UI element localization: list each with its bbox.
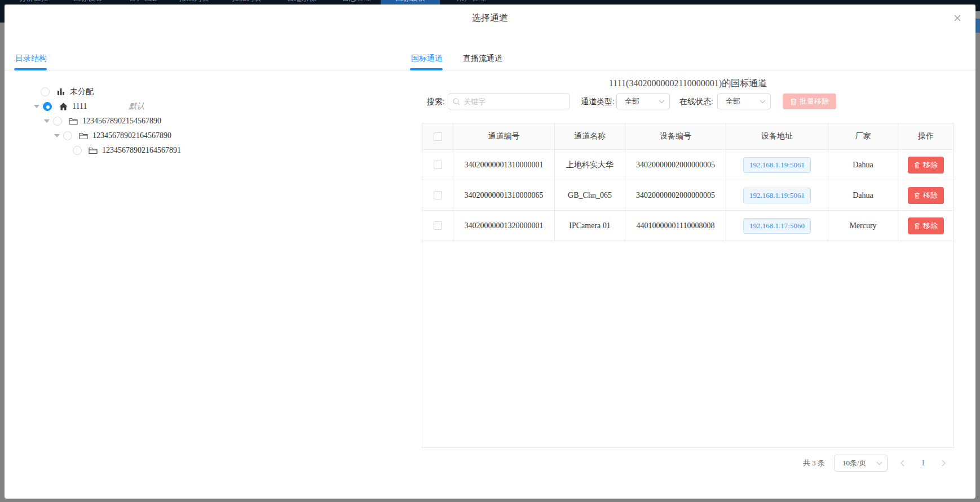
total-count: 共 3 条 [803,458,825,468]
folder-icon [79,131,88,140]
close-icon[interactable] [952,12,963,24]
top-navigation: 分屏监控 国标设备 电子地图 推流列表 拉流列表 云端录像 日志管理 国标级联 … [0,0,980,5]
nav-item[interactable]: 日志管理 [336,0,377,5]
tree-item-label: 未分配 [70,87,94,97]
tabbar-divider [5,70,975,70]
online-status-select[interactable]: 全部 [717,94,771,109]
tab-directory-structure[interactable]: 目录结构 [15,50,47,66]
chevron-down-icon [659,100,665,104]
device-id-cell: 34020000002000000005 [625,180,726,210]
page-edge-fragment [975,19,980,33]
remove-button[interactable]: 移除 [908,187,944,204]
tree-item-folder[interactable]: 12345678902154567890 [44,114,161,128]
radio-unchecked[interactable] [53,117,62,126]
device-id-cell: 34020000002000000005 [625,150,726,180]
online-status-label: 在线状态: [679,94,713,109]
device-id-cell: 44010000001110008008 [625,211,726,241]
device-address-tag: 192.168.1.19:5061 [743,157,811,173]
remove-label: 移除 [923,221,938,231]
row-checkbox[interactable] [434,191,442,199]
table-empty-area [422,241,953,447]
tree-item-label: 12345678902164567891 [102,146,181,155]
nav-item-active[interactable]: 国标级联 [381,0,440,5]
bars-icon [56,87,65,96]
prev-page-icon[interactable] [897,455,908,472]
selected-value: 全部 [625,96,659,106]
table-row: 34020000001320000001 IPCamera 01 4401000… [422,211,953,241]
row-checkbox[interactable] [434,161,442,169]
radio-unchecked[interactable] [41,87,50,96]
radio-unchecked[interactable] [63,131,72,140]
column-header: 操作 [898,123,953,149]
page-size-select[interactable]: 10条/页 [834,455,888,472]
remove-label: 移除 [923,190,938,201]
batch-remove-button[interactable]: 批量移除 [783,94,836,109]
select-all-checkbox[interactable] [434,132,442,141]
select-channel-dialog: 选择通道 目录结构 国标通道 直播流通道 未分配 1111 默认 1234567… [5,5,975,499]
page-edge-fragment [0,0,5,23]
channel-type-label: 通道类型: [581,94,615,109]
column-header: 厂家 [828,123,898,149]
table-header-row: 通道编号 通道名称 设备编号 设备地址 厂家 操作 [422,123,953,150]
nav-item[interactable]: 推流列表 [174,0,214,5]
channel-name-cell: GB_Chn_065 [555,180,625,210]
home-icon [59,102,68,111]
dialog-title: 选择通道 [5,12,975,24]
radio-unchecked[interactable] [73,146,82,155]
tree-item-1111[interactable]: 1111 默认 [34,99,144,114]
vendor-cell: Dahua [828,180,898,210]
search-input-wrapper [448,94,570,109]
selected-value: 全部 [726,96,760,106]
tab-gb-channels[interactable]: 国标通道 [411,50,443,66]
caret-down-icon[interactable] [44,114,50,128]
tree-item-label: 12345678902164567890 [92,131,171,140]
vendor-cell: Dahua [828,150,898,180]
nav-item[interactable]: 用户管理 [451,0,492,5]
page-edge-fragment [975,5,980,11]
default-badge: 默认 [129,101,144,112]
tab-live-stream-channels[interactable]: 直播流通道 [463,50,502,66]
tree-item-label: 12345678902154567890 [82,117,161,126]
column-header: 设备地址 [726,123,828,149]
column-header: 通道名称 [555,123,625,149]
pagination: 共 3 条 10条/页 1 [422,454,954,472]
folder-icon [69,117,78,126]
column-header: 通道编号 [453,123,555,149]
table-row: 34020000001310000065 GB_Chn_065 34020000… [422,180,953,211]
search-icon [453,98,460,105]
nav-item[interactable]: 拉流列表 [226,0,267,5]
trash-icon [914,162,920,168]
nav-item[interactable]: 云端录像 [281,0,322,5]
remove-button[interactable]: 移除 [908,217,944,234]
search-label: 搜索: [427,94,445,109]
tree-item-folder[interactable]: 12345678902164567891 [73,143,181,158]
chevron-down-icon [876,461,882,465]
row-checkbox[interactable] [434,221,442,230]
nav-item[interactable]: 电子地图 [122,0,162,5]
search-input[interactable] [463,97,564,106]
remove-label: 移除 [923,160,938,170]
radio-checked[interactable] [43,102,52,111]
remove-button[interactable]: 移除 [908,157,944,174]
nav-item[interactable]: 分屏监控 [14,0,54,5]
channel-type-select[interactable]: 全部 [616,94,670,109]
channel-id-cell: 34020000001310000065 [453,180,555,210]
nav-item[interactable]: 国标设备 [68,0,108,5]
next-page-icon[interactable] [938,455,950,472]
device-address-tag: 192.168.1.17:5060 [743,218,811,234]
caret-down-icon[interactable] [34,99,39,114]
tree-item-unassigned[interactable]: 未分配 [41,85,94,99]
page-number-current[interactable]: 1 [917,455,929,472]
trash-icon [914,223,920,229]
tab-inkbar [410,68,443,70]
column-header: 设备编号 [625,123,726,149]
trash-icon [790,98,797,105]
trash-icon [914,192,920,199]
caret-down-icon[interactable] [54,128,60,143]
channel-list-title: 1111(34020000002110000001)的国标通道 [422,78,954,90]
tree-item-folder[interactable]: 12345678902164567890 [54,128,171,143]
tree-item-label: 1111 [72,102,87,111]
channel-name-cell: IPCamera 01 [555,211,625,241]
gb-channel-table: 通道编号 通道名称 设备编号 设备地址 厂家 操作 34020000001310… [422,123,954,448]
batch-remove-label: 批量移除 [800,96,829,106]
